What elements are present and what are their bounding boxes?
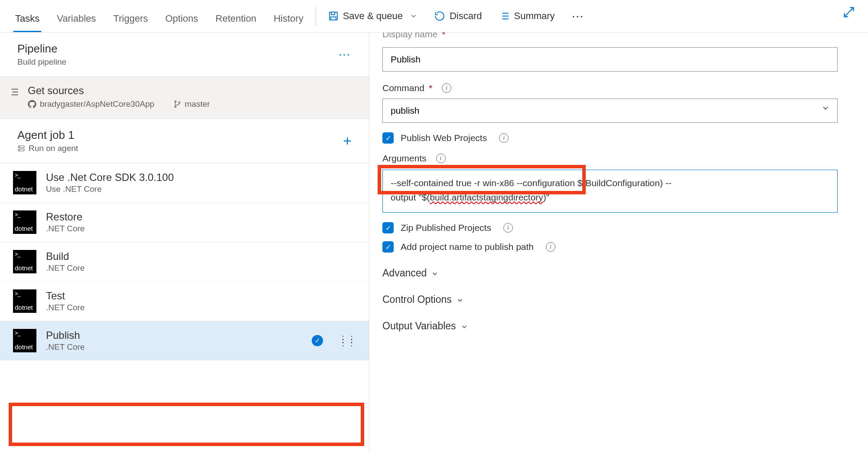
task-subtitle: Use .NET Core <box>46 184 174 194</box>
arguments-line2-a: output "$( <box>391 192 430 202</box>
info-icon[interactable]: i <box>546 242 555 252</box>
svg-point-13 <box>175 101 176 102</box>
command-field-label: Command * i <box>382 83 852 93</box>
pipeline-subtitle: Build pipeline <box>17 57 66 67</box>
task-title: Build <box>46 250 85 263</box>
discard-button[interactable]: Discard <box>434 10 482 22</box>
arguments-line2-b: build.artifactstagingdirectory <box>430 192 543 202</box>
expand-icon <box>843 6 855 18</box>
checkbox-checked-icon: ✓ <box>382 241 394 253</box>
checkbox-checked-icon: ✓ <box>382 222 394 233</box>
dotnet-icon: dotnet <box>13 329 36 352</box>
pipeline-title: Pipeline <box>17 42 66 56</box>
get-sources-row[interactable]: Get sources bradygaster/AspNetCore30App … <box>0 77 369 119</box>
task-title: Publish <box>46 329 85 341</box>
save-icon <box>328 11 339 21</box>
display-name-field-label: Display name * <box>382 33 852 39</box>
info-icon[interactable]: i <box>436 154 446 163</box>
task-title: Use .Net Core SDK 3.0.100 <box>46 171 174 184</box>
repo-indicator: bradygaster/AspNetCore30App <box>28 99 154 109</box>
add-name-label: Add project name to publish path <box>401 242 534 252</box>
check-icon: ✓ <box>312 335 323 346</box>
chevron-down-icon <box>431 270 439 278</box>
pipeline-header[interactable]: Pipeline Build pipeline ⋯ <box>0 33 369 77</box>
task-details-panel: Display name * Command * i ✓ Publish Web… <box>369 33 868 453</box>
tab-options[interactable]: Options <box>165 3 198 32</box>
dotnet-icon: dotnet <box>13 250 36 273</box>
left-panel: Pipeline Build pipeline ⋯ Get sources br… <box>0 33 369 453</box>
task-row-publish[interactable]: dotnet Publish .NET Core ✓ ⋮⋮⋮⋮ <box>0 321 369 361</box>
summary-label: Summary <box>514 10 555 22</box>
main-tabs: Tasks Variables Triggers Options Retenti… <box>0 0 303 32</box>
publish-web-checkbox[interactable]: ✓ Publish Web Projects i <box>382 132 852 144</box>
toolbar-actions: Save & queue Discard Summary ⋯ <box>328 9 585 23</box>
task-title: Restore <box>46 211 85 223</box>
task-row-build[interactable]: dotnet Build .NET Core <box>0 242 369 282</box>
save-queue-label: Save & queue <box>343 10 403 22</box>
task-subtitle: .NET Core <box>46 303 85 312</box>
undo-icon <box>434 10 445 22</box>
fullscreen-button[interactable] <box>843 6 855 18</box>
dotnet-icon: dotnet <box>13 171 36 194</box>
top-tabs-bar: Tasks Variables Triggers Options Retenti… <box>0 0 868 33</box>
dotnet-icon: dotnet <box>13 289 36 313</box>
toolbar-more-button[interactable]: ⋯ <box>571 9 585 23</box>
branch-name: master <box>185 99 210 109</box>
branch-indicator: master <box>173 99 210 109</box>
section-output-variables[interactable]: Output Variables <box>382 320 852 332</box>
save-queue-button[interactable]: Save & queue <box>328 10 418 22</box>
tab-history[interactable]: History <box>274 3 303 32</box>
sources-icon <box>9 86 20 98</box>
task-title: Test <box>46 290 85 302</box>
pipeline-more-button[interactable]: ⋯ <box>338 47 352 62</box>
discard-label: Discard <box>450 10 482 22</box>
tab-triggers[interactable]: Triggers <box>113 3 148 32</box>
agent-job-row[interactable]: Agent job 1 Run on agent + <box>0 119 369 163</box>
arguments-text-part2: --configuration $(BuildConfiguration) -- <box>517 178 672 188</box>
checkbox-checked-icon: ✓ <box>382 132 394 144</box>
tab-retention[interactable]: Retention <box>215 3 256 32</box>
zip-checkbox[interactable]: ✓ Zip Published Projects i <box>382 222 852 233</box>
server-icon <box>17 144 25 152</box>
tab-variables[interactable]: Variables <box>57 3 96 32</box>
info-icon[interactable]: i <box>442 83 451 93</box>
chevron-down-icon <box>460 323 468 331</box>
task-row-restore[interactable]: dotnet Restore .NET Core <box>0 203 369 242</box>
tab-divider <box>316 7 316 25</box>
svg-point-19 <box>20 150 20 150</box>
agent-job-title: Agent job 1 <box>17 128 78 142</box>
info-icon[interactable]: i <box>503 223 513 233</box>
arguments-text-part1: --self-contained true -r win-x86 <box>391 178 514 188</box>
task-row-use-sdk[interactable]: dotnet Use .Net Core SDK 3.0.100 Use .NE… <box>0 163 369 203</box>
add-name-checkbox[interactable]: ✓ Add project name to publish path i <box>382 241 852 253</box>
agent-sub-label: Run on agent <box>29 144 78 153</box>
add-task-button[interactable]: + <box>343 132 352 149</box>
branch-icon <box>173 100 181 108</box>
info-icon[interactable]: i <box>499 133 509 143</box>
display-name-input[interactable] <box>382 47 838 72</box>
arguments-field-label: Arguments i <box>382 153 852 164</box>
tab-tasks[interactable]: Tasks <box>15 3 39 32</box>
task-subtitle: .NET Core <box>46 342 85 352</box>
summary-button[interactable]: Summary <box>499 10 555 22</box>
publish-web-label: Publish Web Projects <box>401 133 487 143</box>
zip-label: Zip Published Projects <box>401 223 491 233</box>
task-row-test[interactable]: dotnet Test .NET Core <box>0 282 369 321</box>
list-icon <box>499 10 510 22</box>
section-control-options[interactable]: Control Options <box>382 294 852 305</box>
arguments-line2-c: )" <box>543 192 549 202</box>
svg-point-15 <box>179 102 180 103</box>
chevron-down-icon <box>410 12 418 20</box>
svg-point-18 <box>20 147 20 147</box>
github-icon <box>28 100 36 108</box>
svg-point-14 <box>175 106 176 107</box>
arguments-input[interactable]: --self-contained true -r win-x86 --confi… <box>382 170 838 213</box>
sources-title: Get sources <box>28 85 210 97</box>
repo-name: bradygaster/AspNetCore30App <box>40 99 154 109</box>
dotnet-icon: dotnet <box>13 210 36 234</box>
section-advanced[interactable]: Advanced <box>382 267 852 279</box>
command-select[interactable] <box>382 98 838 123</box>
drag-handle[interactable]: ⋮⋮⋮⋮ <box>339 337 356 344</box>
task-subtitle: .NET Core <box>46 224 85 233</box>
chevron-down-icon <box>456 296 464 304</box>
